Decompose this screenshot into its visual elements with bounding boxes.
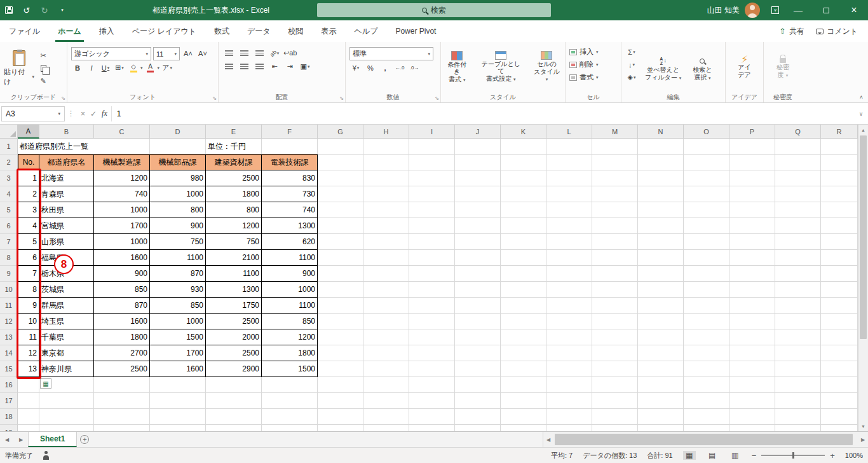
cell[interactable]: 1200	[206, 218, 262, 234]
cell[interactable]	[318, 250, 363, 266]
cell[interactable]	[409, 250, 455, 266]
cell[interactable]	[455, 409, 501, 425]
cell[interactable]	[638, 170, 684, 186]
cell[interactable]	[729, 170, 775, 186]
cell[interactable]: 1000	[150, 314, 206, 329]
cell[interactable]	[592, 170, 638, 186]
cell[interactable]	[409, 266, 455, 282]
cell[interactable]	[409, 314, 455, 329]
cell[interactable]	[592, 329, 638, 345]
zoom-slider[interactable]	[761, 455, 825, 456]
cell[interactable]	[592, 155, 638, 170]
align-right-button[interactable]	[253, 60, 266, 73]
cell[interactable]	[775, 155, 821, 170]
cell[interactable]	[18, 425, 39, 431]
select-all-button[interactable]	[0, 125, 18, 139]
cell[interactable]	[455, 266, 501, 282]
row-header[interactable]: 12	[0, 314, 18, 329]
cell[interactable]: 北海道	[39, 170, 94, 186]
cell[interactable]	[638, 377, 684, 393]
vertical-scrollbar[interactable]: ▲ ▼	[858, 125, 868, 431]
cell[interactable]: 都道府県名	[39, 155, 94, 170]
share-button[interactable]: ⇧共有	[780, 26, 804, 37]
formula-bar-expand-icon[interactable]: ∨	[855, 111, 867, 117]
accessibility-icon[interactable]	[42, 451, 50, 460]
cell[interactable]	[684, 202, 729, 218]
cell[interactable]	[150, 139, 206, 155]
ideas-button[interactable]: ⚡ アイ デア	[733, 42, 755, 92]
cell[interactable]	[501, 425, 546, 431]
zoom-slider-thumb[interactable]	[792, 452, 794, 459]
cell[interactable]	[94, 425, 150, 431]
cell[interactable]	[684, 393, 729, 409]
cell[interactable]	[821, 250, 858, 266]
new-sheet-button[interactable]: +	[77, 432, 92, 447]
cell[interactable]	[39, 409, 94, 425]
cell[interactable]	[18, 409, 39, 425]
cell[interactable]	[638, 298, 684, 314]
sheet-next-icon[interactable]: ▶	[14, 432, 28, 447]
cell[interactable]	[821, 155, 858, 170]
cell[interactable]	[501, 234, 546, 250]
cell[interactable]: 870	[150, 266, 206, 282]
cell[interactable]	[409, 393, 455, 409]
cell[interactable]	[363, 314, 409, 329]
cell[interactable]	[318, 266, 363, 282]
row-header[interactable]: 17	[0, 393, 18, 409]
cell[interactable]: 1	[18, 170, 39, 186]
cell[interactable]	[729, 186, 775, 202]
close-button[interactable]: ×	[840, 0, 868, 20]
decrease-indent-button[interactable]: ⇤	[268, 60, 281, 73]
cell[interactable]	[592, 314, 638, 329]
row-header[interactable]: 3	[0, 170, 18, 186]
cell[interactable]: 1800	[94, 329, 150, 345]
sheet-tab-sheet1[interactable]: Sheet1	[28, 432, 77, 447]
cell[interactable]: 2500	[206, 345, 262, 361]
cell[interactable]	[546, 139, 592, 155]
cell[interactable]	[318, 329, 363, 345]
cell[interactable]	[592, 409, 638, 425]
cell[interactable]	[638, 250, 684, 266]
cell[interactable]: 1000	[94, 234, 150, 250]
cell[interactable]	[501, 361, 546, 377]
cell[interactable]: 740	[94, 186, 150, 202]
cell[interactable]	[409, 218, 455, 234]
view-page-break-icon[interactable]: ▥	[729, 451, 742, 460]
cell[interactable]	[546, 314, 592, 329]
tab-formulas[interactable]: 数式	[205, 20, 238, 42]
cell[interactable]: 3	[18, 202, 39, 218]
cell[interactable]	[546, 393, 592, 409]
cell[interactable]	[729, 155, 775, 170]
cell[interactable]	[592, 266, 638, 282]
cell[interactable]	[684, 218, 729, 234]
column-header[interactable]: G	[318, 125, 363, 139]
cell[interactable]	[638, 186, 684, 202]
cell[interactable]	[684, 361, 729, 377]
cell[interactable]	[501, 314, 546, 329]
cell[interactable]: 740	[262, 202, 318, 218]
merge-center-button[interactable]: ▣▾	[299, 60, 311, 73]
cell[interactable]	[363, 139, 409, 155]
alignment-dialog-launcher-icon[interactable]: ⇘	[339, 95, 344, 101]
cell[interactable]	[409, 155, 455, 170]
cell[interactable]: 1600	[94, 250, 150, 266]
cell[interactable]	[501, 186, 546, 202]
cell[interactable]	[262, 377, 318, 393]
italic-button[interactable]: I	[85, 62, 98, 74]
zoom-out-icon[interactable]: −	[752, 451, 757, 460]
row-header[interactable]: 1	[0, 139, 18, 155]
cell[interactable]	[501, 282, 546, 298]
cell[interactable]	[501, 345, 546, 361]
cell[interactable]	[409, 361, 455, 377]
cell[interactable]	[592, 377, 638, 393]
cell[interactable]	[546, 250, 592, 266]
cell[interactable]	[775, 170, 821, 186]
format-as-table-button[interactable]: テーブルとして 書式設定 ▾	[476, 42, 526, 92]
cell[interactable]: 1700	[94, 218, 150, 234]
cell[interactable]	[39, 425, 94, 431]
cell[interactable]	[729, 202, 775, 218]
cell[interactable]	[318, 425, 363, 431]
cell[interactable]	[363, 218, 409, 234]
cell[interactable]	[775, 425, 821, 431]
clipboard-dialog-launcher-icon[interactable]: ⇘	[61, 95, 65, 101]
